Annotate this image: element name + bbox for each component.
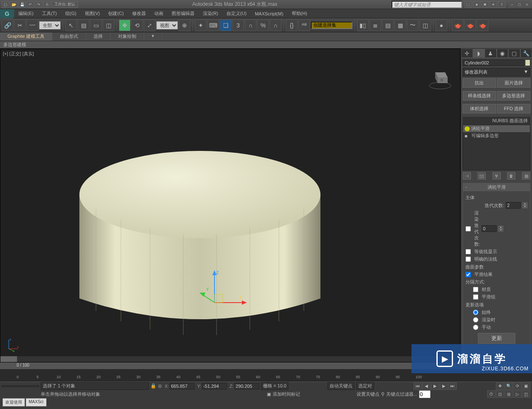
schematic-view-icon[interactable]: ◫ bbox=[419, 20, 431, 31]
close-button[interactable]: × bbox=[524, 2, 530, 7]
menu-create[interactable]: 创建(C) bbox=[104, 10, 128, 17]
snap-toggle-icon[interactable]: ❑ bbox=[220, 20, 232, 31]
btn-ffdselect[interactable]: FFD 选择 bbox=[497, 104, 531, 113]
explicit-checkbox[interactable] bbox=[466, 256, 471, 262]
qat-save-icon[interactable]: 💾 bbox=[18, 1, 26, 8]
bind-spacewarp-icon[interactable]: 〰 bbox=[27, 20, 38, 31]
addtimetag-label[interactable]: 添加时间标记 bbox=[273, 391, 300, 397]
isoline-checkbox[interactable] bbox=[466, 249, 471, 254]
pivot-center-icon[interactable]: ⊕ bbox=[179, 20, 190, 31]
update-button[interactable]: 更新 bbox=[478, 333, 515, 344]
qat-undo-icon[interactable]: ↶ bbox=[27, 1, 34, 8]
stack-item-turbosmooth[interactable]: 涡轮平滑 bbox=[463, 125, 530, 132]
window-crossing-icon[interactable]: ◫ bbox=[103, 20, 114, 31]
signin-icon[interactable]: ✦ bbox=[490, 1, 497, 8]
object-color-swatch[interactable] bbox=[525, 59, 530, 66]
workspace-dropdown[interactable]: 工作台: 默认 bbox=[52, 1, 78, 8]
qat-new-icon[interactable]: ▢ bbox=[2, 1, 9, 8]
btn-volselect[interactable]: 体积选择 bbox=[463, 104, 496, 113]
render-iter-checkbox[interactable] bbox=[466, 226, 471, 232]
rendered-frame-icon[interactable]: 🫖 bbox=[464, 20, 476, 31]
btn-polyselect[interactable]: 多边形选择 bbox=[497, 91, 531, 101]
current-frame-input[interactable] bbox=[419, 390, 431, 398]
setkey-button[interactable]: 设置关键点 bbox=[357, 391, 379, 397]
align-icon[interactable]: ≣ bbox=[369, 20, 381, 31]
viewport-label[interactable]: [+] [正交] [真实] bbox=[3, 51, 34, 57]
menu-help[interactable]: 帮助(H) bbox=[288, 10, 311, 17]
menu-animation[interactable]: 动画 bbox=[150, 10, 167, 17]
spinner-snap-icon[interactable]: % bbox=[257, 20, 269, 31]
remove-modifier-icon[interactable]: 🗑 bbox=[507, 172, 515, 180]
select-region-icon[interactable]: ▭ bbox=[90, 20, 102, 31]
min-max-icon[interactable]: ◫ bbox=[522, 390, 530, 398]
iterations-input[interactable] bbox=[506, 202, 521, 209]
configure-sets-icon[interactable]: ▤ bbox=[522, 172, 530, 180]
prev-frame-icon[interactable]: ◀ bbox=[422, 382, 431, 390]
maximize-button[interactable]: □ bbox=[516, 2, 523, 7]
curve-editor-icon[interactable]: 〜 bbox=[407, 20, 419, 31]
coord-z-input[interactable] bbox=[234, 383, 259, 389]
menu-customize[interactable]: 自定义(U) bbox=[222, 10, 251, 17]
edit-named-sel-icon[interactable]: ∩ bbox=[270, 20, 281, 31]
mirror-icon[interactable]: ▮▯ bbox=[357, 20, 369, 31]
time-config-icon[interactable]: ⏱ bbox=[487, 390, 495, 398]
ribbon-tab-graphite[interactable]: Graphite 建模工具 bbox=[0, 32, 52, 41]
smooth-result-checkbox[interactable] bbox=[466, 272, 471, 277]
graphite-toggle-icon[interactable]: ▦ bbox=[394, 20, 406, 31]
goto-end-icon[interactable]: ⏭ bbox=[448, 382, 457, 390]
layer-manager-icon[interactable]: ▤ bbox=[382, 20, 394, 31]
ribbon-tab-objectpaint[interactable]: 对象绘制 bbox=[111, 32, 144, 41]
btn-splineselect[interactable]: 样条线选择 bbox=[463, 91, 496, 101]
application-button[interactable]: G bbox=[0, 9, 14, 18]
viewport-hscrollbar[interactable] bbox=[0, 356, 460, 362]
infocenter-icon[interactable]: ⬚ bbox=[465, 1, 472, 8]
next-frame-icon[interactable]: ▶ bbox=[440, 382, 448, 390]
object-name-field[interactable] bbox=[463, 59, 524, 66]
menu-grapheditors[interactable]: 图形编辑器 bbox=[167, 10, 199, 17]
select-link-icon[interactable]: 🔗 bbox=[2, 20, 13, 31]
pin-stack-icon[interactable]: ⊣ bbox=[463, 172, 471, 180]
minimize-button[interactable]: − bbox=[509, 2, 515, 7]
render-iter-input[interactable] bbox=[482, 225, 497, 232]
qat-link-icon[interactable]: ⎘ bbox=[43, 1, 51, 8]
cylinder-object[interactable] bbox=[59, 136, 341, 344]
named-sel-edit-icon[interactable]: {} bbox=[286, 20, 298, 31]
menu-views[interactable]: 视图(V) bbox=[81, 10, 104, 17]
menu-edit[interactable]: 编辑(E) bbox=[14, 10, 38, 17]
keyfilters-icon[interactable]: ⚲ bbox=[381, 392, 384, 397]
render-production-icon[interactable]: 🫖 bbox=[477, 20, 488, 31]
make-unique-icon[interactable]: ∀ bbox=[493, 172, 501, 180]
qat-open-icon[interactable]: 📂 bbox=[10, 1, 17, 8]
iterations-spinner[interactable]: ▲▼ bbox=[522, 202, 527, 208]
show-end-result-icon[interactable]: ▯▯ bbox=[478, 172, 486, 180]
qat-redo-icon[interactable]: ↷ bbox=[35, 1, 42, 8]
isolate-icon[interactable]: ◎ bbox=[158, 383, 162, 389]
pan-icon[interactable]: ✥ bbox=[496, 382, 504, 390]
ribbon-tab-selection[interactable]: 选择 bbox=[86, 32, 111, 41]
material-checkbox[interactable] bbox=[473, 287, 478, 292]
bulb-icon[interactable] bbox=[465, 126, 470, 131]
coord-y-input[interactable] bbox=[202, 383, 227, 389]
keyboard-shortcut-icon[interactable]: ⌨ bbox=[207, 20, 219, 31]
autokey-button[interactable]: 自动关键点 bbox=[328, 382, 355, 390]
select-scale-icon[interactable]: ⤢ bbox=[144, 20, 155, 31]
selection-set-status[interactable]: 选定对 bbox=[356, 382, 374, 390]
zoom-all-icon[interactable]: ⊞ bbox=[505, 390, 513, 398]
maximize-viewport-icon[interactable]: ▣ bbox=[522, 382, 530, 390]
select-move-icon[interactable]: ✥ bbox=[119, 20, 131, 31]
ribbon-tab-freeform[interactable]: 自由形式 bbox=[52, 32, 86, 41]
welcome-tab[interactable]: 欢迎使用 bbox=[2, 398, 25, 407]
reference-coord-dropdown[interactable]: 视图 bbox=[156, 21, 178, 30]
radio-always[interactable] bbox=[473, 310, 478, 315]
named-sel-abc-icon[interactable]: ᴬᴮ bbox=[298, 20, 310, 31]
radio-render[interactable] bbox=[473, 317, 478, 323]
select-rotate-icon[interactable]: ⟲ bbox=[131, 20, 143, 31]
zoom-extents-icon[interactable]: ⊡ bbox=[496, 390, 504, 398]
goto-start-icon[interactable]: ⏮ bbox=[414, 382, 422, 390]
menu-maxscript[interactable]: MAXScript(M) bbox=[251, 11, 287, 16]
viewcube[interactable]: 前 bbox=[428, 66, 453, 91]
select-object-icon[interactable]: ↖ bbox=[65, 20, 77, 31]
coord-x-input[interactable] bbox=[170, 383, 195, 389]
radio-manual[interactable] bbox=[473, 325, 478, 330]
zoom-icon[interactable]: 🔍 bbox=[505, 382, 513, 390]
